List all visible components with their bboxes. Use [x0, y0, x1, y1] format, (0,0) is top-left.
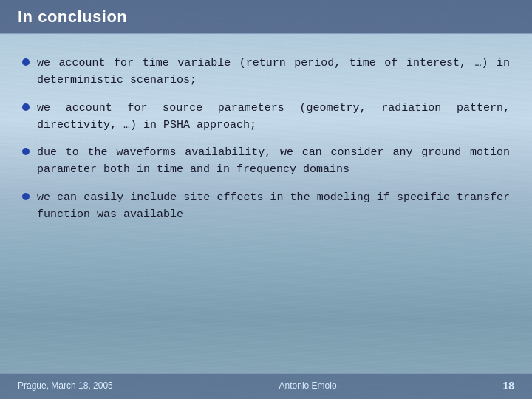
- bullet-text-2: we account for source parameters (geomet…: [37, 100, 510, 134]
- slide-title: In conclusion: [18, 7, 127, 26]
- bullet-text-3: due to the waveforms availability, we ca…: [37, 144, 510, 179]
- title-bar: In conclusion: [0, 0, 532, 34]
- content-area: we account for time variable (return per…: [0, 34, 532, 373]
- footer-page-number: 18: [502, 380, 514, 392]
- footer-date: Prague, March 18, 2005: [18, 381, 113, 391]
- bullet-list: we account for time variable (return per…: [22, 55, 510, 223]
- footer: Prague, March 18, 2005 Antonio Emolo 18: [0, 373, 532, 399]
- bullet-text-4: we can easily include site effects in th…: [37, 189, 510, 224]
- list-item: we account for source parameters (geomet…: [22, 100, 510, 134]
- footer-author: Antonio Emolo: [279, 381, 337, 391]
- bullet-dot: [22, 148, 30, 155]
- bullet-dot: [22, 58, 30, 66]
- bullet-text-1: we account for time variable (return per…: [37, 55, 510, 89]
- list-item: we account for time variable (return per…: [22, 55, 510, 89]
- bullet-dot: [22, 193, 30, 200]
- slide-container: In conclusion we account for time variab…: [0, 0, 532, 399]
- list-item: we can easily include site effects in th…: [22, 189, 510, 224]
- list-item: due to the waveforms availability, we ca…: [22, 144, 510, 179]
- bullet-dot: [22, 103, 30, 111]
